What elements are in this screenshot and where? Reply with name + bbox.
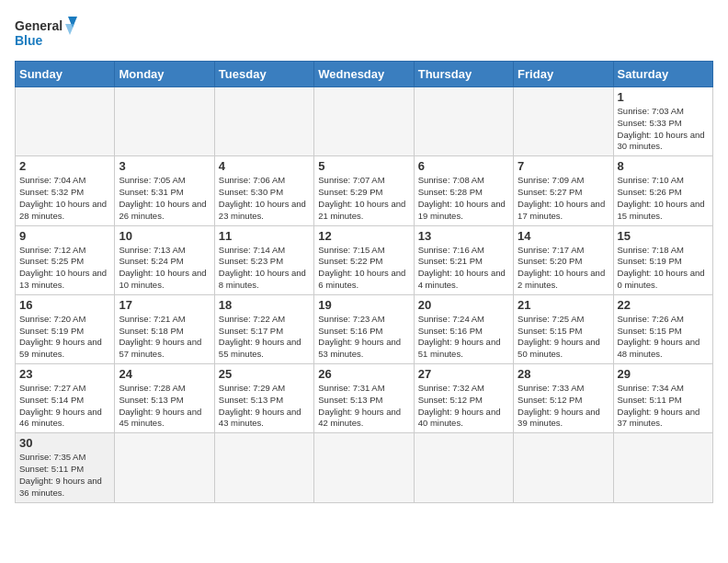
- weekday-tuesday: Tuesday: [214, 62, 313, 87]
- calendar-cell: [514, 433, 613, 502]
- calendar-cell: 13Sunrise: 7:16 AM Sunset: 5:21 PM Dayli…: [414, 225, 513, 294]
- day-info: Sunrise: 7:12 AM Sunset: 5:25 PM Dayligh…: [19, 245, 110, 292]
- weekday-friday: Friday: [514, 62, 613, 87]
- calendar-cell: 2Sunrise: 7:04 AM Sunset: 5:32 PM Daylig…: [16, 156, 115, 225]
- calendar-cell: 7Sunrise: 7:09 AM Sunset: 5:27 PM Daylig…: [514, 156, 613, 225]
- day-number: 10: [119, 229, 210, 243]
- calendar-row-4: 23Sunrise: 7:27 AM Sunset: 5:14 PM Dayli…: [16, 364, 713, 433]
- logo: General Blue: [15, 15, 79, 53]
- calendar-cell: 15Sunrise: 7:18 AM Sunset: 5:19 PM Dayli…: [613, 225, 712, 294]
- calendar-cell: 23Sunrise: 7:27 AM Sunset: 5:14 PM Dayli…: [16, 364, 115, 433]
- day-number: 30: [19, 436, 110, 450]
- day-info: Sunrise: 7:06 AM Sunset: 5:30 PM Dayligh…: [219, 175, 310, 222]
- day-info: Sunrise: 7:20 AM Sunset: 5:19 PM Dayligh…: [19, 314, 110, 361]
- day-info: Sunrise: 7:18 AM Sunset: 5:19 PM Dayligh…: [618, 245, 709, 292]
- calendar-cell: [414, 87, 513, 156]
- calendar-cell: 5Sunrise: 7:07 AM Sunset: 5:29 PM Daylig…: [314, 156, 414, 225]
- header: General Blue: [15, 15, 713, 53]
- calendar-cell: [214, 433, 313, 502]
- day-info: Sunrise: 7:29 AM Sunset: 5:13 PM Dayligh…: [219, 383, 310, 430]
- calendar-cell: [115, 433, 214, 502]
- weekday-saturday: Saturday: [613, 62, 712, 87]
- calendar-cell: [16, 87, 115, 156]
- day-info: Sunrise: 7:09 AM Sunset: 5:27 PM Dayligh…: [518, 175, 609, 222]
- day-info: Sunrise: 7:15 AM Sunset: 5:22 PM Dayligh…: [318, 245, 409, 292]
- day-info: Sunrise: 7:05 AM Sunset: 5:31 PM Dayligh…: [119, 175, 210, 222]
- calendar-cell: [414, 433, 513, 502]
- day-number: 24: [119, 367, 210, 381]
- calendar-cell: 28Sunrise: 7:33 AM Sunset: 5:12 PM Dayli…: [514, 364, 613, 433]
- day-number: 22: [618, 298, 709, 312]
- day-info: Sunrise: 7:10 AM Sunset: 5:26 PM Dayligh…: [618, 175, 709, 222]
- day-info: Sunrise: 7:08 AM Sunset: 5:28 PM Dayligh…: [418, 175, 509, 222]
- day-number: 23: [19, 367, 110, 381]
- calendar-cell: 25Sunrise: 7:29 AM Sunset: 5:13 PM Dayli…: [214, 364, 313, 433]
- calendar-cell: 22Sunrise: 7:26 AM Sunset: 5:15 PM Dayli…: [613, 294, 712, 363]
- day-number: 2: [19, 159, 110, 173]
- day-info: Sunrise: 7:27 AM Sunset: 5:14 PM Dayligh…: [19, 383, 110, 430]
- day-info: Sunrise: 7:33 AM Sunset: 5:12 PM Dayligh…: [518, 383, 609, 430]
- logo-svg: General Blue: [15, 15, 79, 53]
- calendar-cell: 10Sunrise: 7:13 AM Sunset: 5:24 PM Dayli…: [115, 225, 214, 294]
- day-info: Sunrise: 7:26 AM Sunset: 5:15 PM Dayligh…: [618, 314, 709, 361]
- day-info: Sunrise: 7:14 AM Sunset: 5:23 PM Dayligh…: [219, 245, 310, 292]
- weekday-thursday: Thursday: [414, 62, 513, 87]
- day-info: Sunrise: 7:03 AM Sunset: 5:33 PM Dayligh…: [618, 106, 709, 153]
- day-info: Sunrise: 7:07 AM Sunset: 5:29 PM Dayligh…: [318, 175, 409, 222]
- calendar-cell: [613, 433, 712, 502]
- day-info: Sunrise: 7:22 AM Sunset: 5:17 PM Dayligh…: [219, 314, 310, 361]
- calendar-cell: 29Sunrise: 7:34 AM Sunset: 5:11 PM Dayli…: [613, 364, 712, 433]
- day-number: 12: [318, 229, 409, 243]
- day-number: 9: [19, 229, 110, 243]
- calendar-row-2: 9Sunrise: 7:12 AM Sunset: 5:25 PM Daylig…: [16, 225, 713, 294]
- day-info: Sunrise: 7:24 AM Sunset: 5:16 PM Dayligh…: [418, 314, 509, 361]
- weekday-sunday: Sunday: [16, 62, 115, 87]
- calendar-cell: 24Sunrise: 7:28 AM Sunset: 5:13 PM Dayli…: [115, 364, 214, 433]
- calendar-cell: 9Sunrise: 7:12 AM Sunset: 5:25 PM Daylig…: [16, 225, 115, 294]
- day-info: Sunrise: 7:23 AM Sunset: 5:16 PM Dayligh…: [318, 314, 409, 361]
- calendar-row-3: 16Sunrise: 7:20 AM Sunset: 5:19 PM Dayli…: [16, 294, 713, 363]
- weekday-header-row: SundayMondayTuesdayWednesdayThursdayFrid…: [16, 62, 713, 87]
- calendar-cell: 19Sunrise: 7:23 AM Sunset: 5:16 PM Dayli…: [314, 294, 414, 363]
- day-number: 8: [618, 159, 709, 173]
- day-number: 16: [19, 298, 110, 312]
- calendar-cell: [115, 87, 214, 156]
- day-number: 13: [418, 229, 509, 243]
- calendar-cell: [514, 87, 613, 156]
- day-number: 7: [518, 159, 609, 173]
- day-number: 25: [219, 367, 310, 381]
- day-info: Sunrise: 7:28 AM Sunset: 5:13 PM Dayligh…: [119, 383, 210, 430]
- calendar-cell: 27Sunrise: 7:32 AM Sunset: 5:12 PM Dayli…: [414, 364, 513, 433]
- day-number: 11: [219, 229, 310, 243]
- calendar-cell: 12Sunrise: 7:15 AM Sunset: 5:22 PM Dayli…: [314, 225, 414, 294]
- calendar-cell: 20Sunrise: 7:24 AM Sunset: 5:16 PM Dayli…: [414, 294, 513, 363]
- day-number: 28: [518, 367, 609, 381]
- day-number: 26: [318, 367, 409, 381]
- calendar-row-1: 2Sunrise: 7:04 AM Sunset: 5:32 PM Daylig…: [16, 156, 713, 225]
- calendar-cell: [314, 433, 414, 502]
- day-number: 18: [219, 298, 310, 312]
- calendar-cell: 21Sunrise: 7:25 AM Sunset: 5:15 PM Dayli…: [514, 294, 613, 363]
- svg-marker-3: [65, 24, 74, 35]
- day-number: 27: [418, 367, 509, 381]
- calendar-cell: 3Sunrise: 7:05 AM Sunset: 5:31 PM Daylig…: [115, 156, 214, 225]
- day-number: 4: [219, 159, 310, 173]
- day-number: 19: [318, 298, 409, 312]
- day-number: 3: [119, 159, 210, 173]
- svg-text:General: General: [15, 18, 63, 33]
- calendar-cell: 6Sunrise: 7:08 AM Sunset: 5:28 PM Daylig…: [414, 156, 513, 225]
- day-info: Sunrise: 7:13 AM Sunset: 5:24 PM Dayligh…: [119, 245, 210, 292]
- day-number: 29: [618, 367, 709, 381]
- day-info: Sunrise: 7:21 AM Sunset: 5:18 PM Dayligh…: [119, 314, 210, 361]
- day-number: 15: [618, 229, 709, 243]
- day-number: 14: [518, 229, 609, 243]
- weekday-monday: Monday: [115, 62, 214, 87]
- calendar-cell: 11Sunrise: 7:14 AM Sunset: 5:23 PM Dayli…: [214, 225, 313, 294]
- calendar-cell: 26Sunrise: 7:31 AM Sunset: 5:13 PM Dayli…: [314, 364, 414, 433]
- weekday-wednesday: Wednesday: [314, 62, 414, 87]
- day-number: 21: [518, 298, 609, 312]
- calendar-cell: [214, 87, 313, 156]
- day-number: 5: [318, 159, 409, 173]
- day-info: Sunrise: 7:34 AM Sunset: 5:11 PM Dayligh…: [618, 383, 709, 430]
- calendar-row-5: 30Sunrise: 7:35 AM Sunset: 5:11 PM Dayli…: [16, 433, 713, 502]
